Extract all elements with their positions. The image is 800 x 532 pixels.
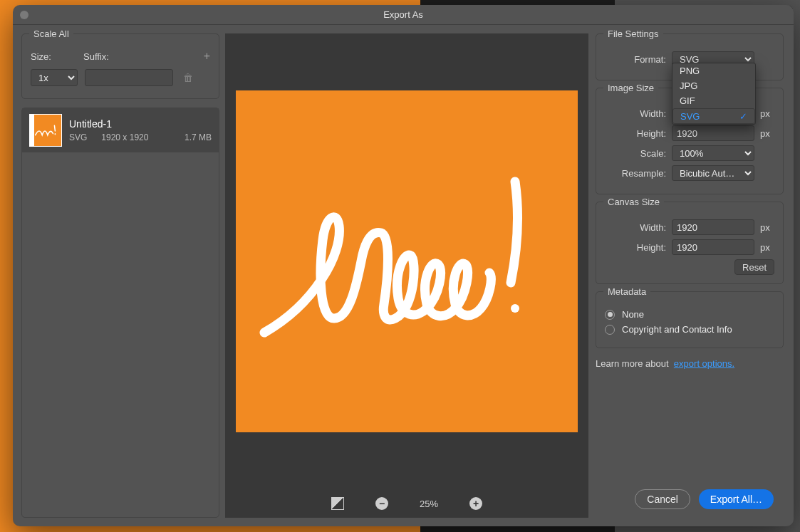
img-width-label: Width: <box>605 108 666 119</box>
cvs-height-label: Height: <box>605 242 666 253</box>
cvs-height-input[interactable] <box>672 239 754 255</box>
cancel-button[interactable]: Cancel <box>635 489 690 509</box>
metadata-none-row[interactable]: None <box>605 309 774 320</box>
format-option-png[interactable]: PNG <box>672 63 755 78</box>
unit-px: px <box>760 108 770 119</box>
trash-icon[interactable]: 🗑 <box>183 72 193 83</box>
cvs-width-label: Width: <box>605 222 666 233</box>
asset-filesize: 1.7 MB <box>185 132 212 142</box>
reset-button[interactable]: Reset <box>734 259 774 275</box>
zoom-toolbar: − 25% + <box>225 489 588 518</box>
radio-none[interactable] <box>605 310 615 320</box>
asset-row[interactable]: Untitled-1 SVG 1920 x 1920 1.7 MB <box>22 108 219 152</box>
metadata-cci-row[interactable]: Copyright and Contact Info <box>605 324 774 335</box>
dialog-title: Export As <box>383 9 423 20</box>
format-option-jpg[interactable]: JPG <box>672 78 755 93</box>
preview-canvas[interactable] <box>236 90 578 432</box>
size-label: Size: <box>31 51 83 62</box>
format-option-svg[interactable]: SVG✓ <box>672 108 755 124</box>
scale-all-group: Scale All Size: Suffix: + 1x 🗑 <box>21 33 219 99</box>
contrast-icon[interactable] <box>331 497 344 510</box>
zoom-in-button[interactable]: + <box>469 497 482 510</box>
asset-format: SVG <box>69 132 87 142</box>
preview-pane: − 25% + <box>225 33 588 518</box>
learn-more: Learn more about export options. <box>596 358 784 369</box>
metadata-none-label: None <box>622 309 644 320</box>
resample-select[interactable]: Bicubic Aut… <box>672 165 754 181</box>
canvas-size-title: Canvas Size <box>603 197 664 207</box>
scale-all-title: Scale All <box>29 28 73 39</box>
canvas-size-group: Canvas Size Width: px Height: px Reset <box>596 202 784 284</box>
export-options-link[interactable]: export options. <box>674 358 734 369</box>
metadata-cci-label: Copyright and Contact Info <box>622 324 732 335</box>
zoom-out-button[interactable]: − <box>375 497 388 510</box>
img-height-label: Height: <box>605 128 666 139</box>
add-scale-button[interactable]: + <box>204 51 210 62</box>
asset-thumbnail <box>29 114 62 147</box>
img-height-input[interactable] <box>672 125 754 141</box>
suffix-input[interactable] <box>85 69 173 86</box>
image-size-title: Image Size <box>603 83 658 93</box>
close-icon[interactable] <box>20 11 28 19</box>
format-option-gif[interactable]: GIF <box>672 93 755 108</box>
dialog-titlebar: Export As <box>13 5 794 25</box>
metadata-title: Metadata <box>603 286 650 297</box>
asset-list: Untitled-1 SVG 1920 x 1920 1.7 MB <box>21 108 219 518</box>
format-dropdown: PNG JPG GIF SVG✓ <box>672 63 756 125</box>
metadata-group: Metadata None Copyright and Contact Info <box>596 291 784 348</box>
unit-px4: px <box>760 242 770 253</box>
asset-title: Untitled-1 <box>69 118 212 130</box>
suffix-label: Suffix: <box>83 51 176 62</box>
check-icon: ✓ <box>739 111 747 122</box>
svg-point-0 <box>511 304 519 313</box>
asset-dimensions: 1920 x 1920 <box>101 132 148 142</box>
unit-px3: px <box>760 222 770 233</box>
img-scale-label: Scale: <box>605 148 666 159</box>
img-scale-select[interactable]: 100% <box>672 145 754 161</box>
unit-px2: px <box>760 128 770 139</box>
export-as-dialog: Export As Scale All Size: Suffix: + 1x 🗑 <box>13 5 794 526</box>
cvs-width-input[interactable] <box>672 219 754 235</box>
size-select[interactable]: 1x <box>31 69 78 86</box>
radio-cci[interactable] <box>605 325 615 335</box>
resample-label: Resample: <box>605 168 666 179</box>
export-all-button[interactable]: Export All… <box>699 489 774 509</box>
file-settings-group: File Settings Format: SVG PNG JPG GIF SV… <box>596 33 784 80</box>
dialog-footer: Cancel Export All… <box>596 481 784 518</box>
file-settings-title: File Settings <box>603 28 663 39</box>
zoom-level: 25% <box>420 499 438 509</box>
format-label: Format: <box>605 54 666 65</box>
